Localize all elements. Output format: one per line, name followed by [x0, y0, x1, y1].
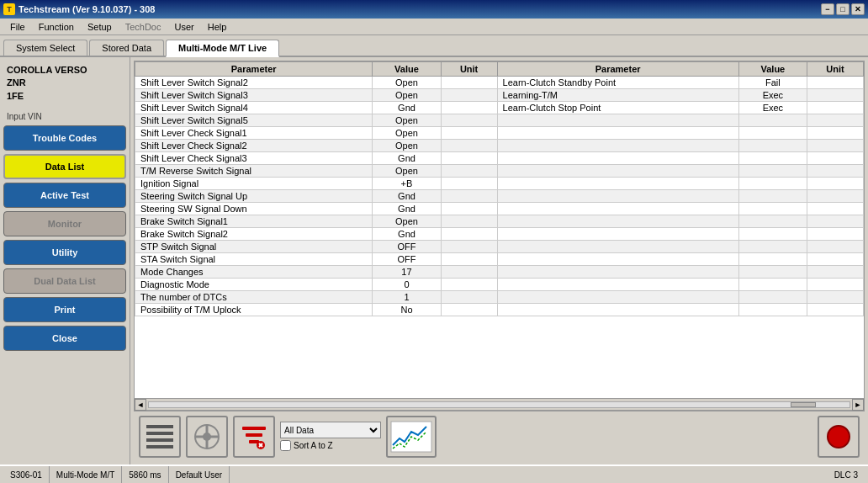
trouble-codes-button[interactable]: Trouble Codes [3, 125, 126, 151]
col-val1: Value [373, 62, 441, 77]
param1-cell: Brake Switch Signal2 [135, 228, 373, 241]
filter-icon [239, 422, 269, 452]
svg-rect-1 [146, 432, 173, 435]
unit2-cell [807, 114, 864, 127]
print-button[interactable]: Print [3, 297, 126, 322]
val2-cell [738, 253, 807, 266]
unit1-cell [441, 178, 497, 190]
table-row: Brake Switch Signal1 Open [135, 215, 864, 228]
scroll-left-button[interactable]: ◄ [135, 399, 146, 411]
table-row: STP Switch Signal OFF [135, 241, 864, 253]
scroll-thumb[interactable] [791, 402, 816, 407]
unit1-cell [441, 140, 497, 152]
val1-cell: Open [373, 127, 441, 140]
val1-cell: Open [373, 165, 441, 178]
table-row: Shift Lever Switch Signal4 Gnd Learn-Clu… [135, 102, 864, 114]
unit2-cell [807, 304, 864, 316]
table-row: Shift Lever Check Signal1 Open [135, 127, 864, 140]
menu-user[interactable]: User [167, 20, 200, 34]
param2-cell [497, 241, 738, 253]
menu-file[interactable]: File [3, 20, 32, 34]
scroll-track[interactable] [148, 401, 850, 408]
unit2-cell [807, 203, 864, 215]
param2-cell [497, 266, 738, 279]
active-test-button[interactable]: Active Test [3, 183, 126, 208]
sort-checkbox-area: Sort A to Z [280, 440, 381, 451]
chart-button[interactable] [386, 416, 437, 458]
unit2-cell [807, 291, 864, 304]
col-unit2: Unit [807, 62, 864, 77]
param1-cell: Steering Switch Signal Up [135, 190, 373, 203]
val1-cell: Gnd [373, 228, 441, 241]
unit2-cell [807, 77, 864, 89]
val1-cell: OFF [373, 253, 441, 266]
val2-cell [738, 215, 807, 228]
minimize-button[interactable]: − [821, 3, 834, 15]
settings-button[interactable] [186, 416, 228, 458]
unit1-cell [441, 114, 497, 127]
menu-setup[interactable]: Setup [81, 20, 119, 34]
unit1-cell [441, 190, 497, 203]
tab-system-select[interactable]: System Select [3, 40, 87, 56]
menu-techdoc[interactable]: TechDoc [119, 20, 168, 34]
param1-cell: Shift Lever Check Signal3 [135, 152, 373, 165]
filter-button[interactable] [233, 416, 275, 458]
unit1-cell [441, 291, 497, 304]
val1-cell: Open [373, 114, 441, 127]
param2-cell [497, 304, 738, 316]
utility-button[interactable]: Utility [3, 240, 126, 265]
list-view-button[interactable] [139, 416, 181, 458]
data-list-button[interactable]: Data List [3, 154, 126, 179]
val1-cell: Gnd [373, 102, 441, 114]
tab-stored-data[interactable]: Stored Data [89, 40, 164, 56]
unit2-cell [807, 241, 864, 253]
table-row: Shift Lever Switch Signal2 Open Learn-Cl… [135, 77, 864, 89]
horizontal-scrollbar[interactable]: ◄ ► [134, 399, 865, 411]
val2-cell [738, 140, 807, 152]
svg-rect-3 [146, 445, 173, 448]
unit2-cell [807, 178, 864, 190]
svg-point-7 [203, 433, 211, 441]
close-button[interactable]: Close [3, 326, 126, 351]
unit2-cell [807, 228, 864, 241]
val1-cell: 17 [373, 266, 441, 279]
unit1-cell [441, 228, 497, 241]
data-filter-dropdown[interactable]: All Data Filtered Data [280, 422, 381, 438]
param1-cell: T/M Reverse Switch Signal [135, 165, 373, 178]
sort-checkbox[interactable] [280, 440, 291, 451]
unit1-cell [441, 266, 497, 279]
table-row: Shift Lever Check Signal2 Open [135, 140, 864, 152]
val1-cell: OFF [373, 241, 441, 253]
vehicle-engine: 1FE [7, 90, 123, 103]
table-row: Shift Lever Switch Signal5 Open [135, 114, 864, 127]
menu-help[interactable]: Help [201, 20, 234, 34]
maximize-button[interactable]: □ [836, 3, 849, 15]
vehicle-model: COROLLA VERSO [7, 64, 123, 77]
close-button[interactable]: ✕ [851, 3, 865, 15]
val2-cell [738, 114, 807, 127]
val2-cell [738, 127, 807, 140]
val1-cell: +B [373, 178, 441, 190]
dual-data-list-button: Dual Data List [3, 268, 126, 294]
status-mode: Multi-Mode M/T [50, 466, 122, 483]
status-user: Default User [169, 466, 230, 483]
svg-rect-9 [246, 433, 262, 437]
table-row: Shift Lever Switch Signal3 Open Learning… [135, 89, 864, 102]
record-button[interactable] [818, 416, 860, 458]
tab-multimode-live[interactable]: Multi-Mode M/T Live [166, 40, 279, 57]
vehicle-variant: ZNR [7, 77, 123, 89]
param1-cell: Mode Changes [135, 266, 373, 279]
data-table: Parameter Value Unit Parameter Value Uni… [135, 61, 864, 316]
unit1-cell [441, 165, 497, 178]
param1-cell: STP Switch Signal [135, 241, 373, 253]
val1-cell: Gnd [373, 203, 441, 215]
scroll-right-button[interactable]: ► [852, 399, 864, 411]
param1-cell: The number of DTCs [135, 291, 373, 304]
menu-function[interactable]: Function [32, 20, 81, 34]
val1-cell: 1 [373, 291, 441, 304]
param2-cell [497, 127, 738, 140]
sort-label: Sort A to Z [294, 441, 333, 450]
status-code: S306-01 [3, 466, 50, 483]
app-title: Techstream (Ver 9.10.037) - 308 [19, 4, 155, 14]
val1-cell: No [373, 304, 441, 316]
